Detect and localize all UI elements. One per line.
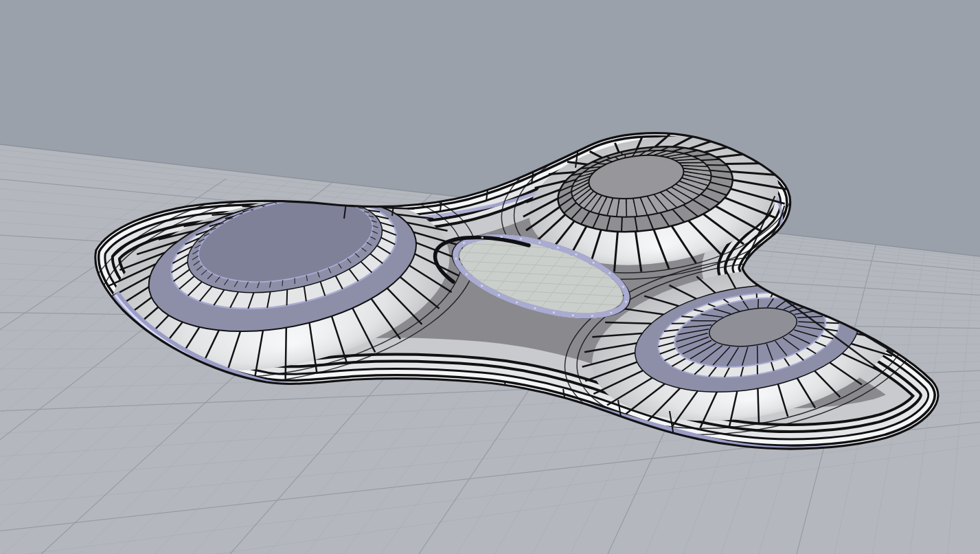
- scene-svg[interactable]: [0, 0, 980, 554]
- viewport-canvas[interactable]: [0, 0, 980, 554]
